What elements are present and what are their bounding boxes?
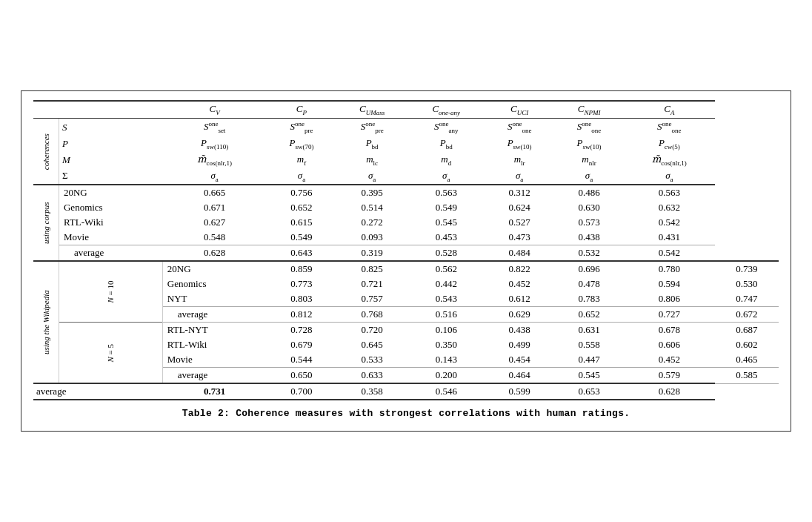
corpus-genomics-row: Genomics 0.671 0.652 0.514 0.549 0.624 0…: [33, 200, 779, 215]
corpus-average-cone-any: 0.528: [407, 245, 485, 262]
corpus-average-label: average: [59, 245, 162, 262]
corpus-20ng-cone-any: 0.563: [407, 185, 485, 200]
wiki-n5-movie-cone-any: 0.454: [485, 352, 554, 368]
wiki-n10-nyt-cnpmi: 0.806: [624, 291, 715, 307]
corpus-rtlwiki-cv: 0.627: [162, 215, 267, 230]
corpus-rtlwiki-ca: 0.542: [624, 215, 715, 230]
wiki-n5-rtlnyt-name: RTL-NYT: [162, 323, 267, 338]
wiki-n5-rtlwiki-name: RTL-Wiki: [162, 337, 267, 352]
corpus-average-cumass: 0.319: [336, 245, 408, 262]
wiki-n10-20ng-cnpmi: 0.780: [624, 261, 715, 277]
col-header-cone-any: Cone-any: [407, 101, 485, 119]
wiki-n5-rtlnyt-ca: 0.687: [715, 323, 779, 338]
corpus-average-cv: 0.628: [162, 245, 267, 262]
wiki-n10-average-cone-any: 0.629: [485, 307, 554, 323]
wiki-n10-20ng-cuci: 0.696: [554, 261, 624, 277]
corpus-genomics-cuci: 0.624: [485, 200, 554, 215]
subheader-P-cumass: Pbd: [336, 136, 408, 152]
corpus-genomics-cv: 0.671: [162, 200, 267, 215]
col-header-cumass: CUMass: [336, 101, 408, 119]
wiki-n10-20ng-cumass: 0.562: [407, 261, 485, 277]
subheader-M-cone-any: md: [407, 152, 485, 168]
wiki-n10-20ng-name: 20NG: [162, 261, 267, 277]
wiki-n10-genomics-cp: 0.721: [336, 277, 408, 291]
wiki-n10-genomics-name: Genomics: [162, 277, 267, 291]
corpus-movie-cuci: 0.473: [485, 230, 554, 245]
wiki-n10-20ng-row: using the Wikipedia N = 10 20NG 0.859 0.…: [33, 261, 779, 277]
subheader-M-label: M: [59, 152, 162, 168]
subheader-S-cp: Sonepre: [267, 119, 336, 136]
table-container: CV CP CUMass Cone-any CUCI CNPMI: [21, 90, 791, 432]
corpus-genomics-ca: 0.632: [624, 200, 715, 215]
corpus-average-ca: 0.542: [624, 245, 715, 262]
wiki-n5-rtlnyt-cone-any: 0.438: [485, 323, 554, 338]
corpus-rtlwiki-cnpmi: 0.573: [554, 215, 624, 230]
wiki-n10-20ng-cv: 0.859: [267, 261, 336, 277]
grand-average-label: average: [33, 383, 162, 400]
using-wikipedia-label: using the Wikipedia: [33, 261, 59, 383]
subheader-S-cuci: Soneone: [485, 119, 554, 136]
subheader-M-cv: m̃cos(nlr,1): [162, 152, 267, 168]
wiki-n5-rtlwiki-cnpmi: 0.606: [624, 337, 715, 352]
wiki-n10-genomics-cuci: 0.478: [554, 277, 624, 291]
grand-average-cnpmi: 0.653: [554, 383, 624, 400]
subheader-S-row: coherences S Soneset Sonepre Sonepre Son…: [33, 119, 779, 136]
subheader-P-cuci: Psw(10): [485, 136, 554, 152]
subheader-Sigma-cp: σa: [267, 168, 336, 185]
subheader-P-ca: Pcw(5): [624, 136, 715, 152]
subheader-S-label: S: [59, 119, 162, 136]
subheader-P-cp: Psw(70): [267, 136, 336, 152]
subheader-Sigma-cnpmi: σa: [554, 168, 624, 185]
subheader-Sigma-cumass: σa: [336, 168, 408, 185]
wiki-n5-rtlnyt-cp: 0.720: [336, 323, 408, 338]
main-table: CV CP CUMass Cone-any CUCI CNPMI: [33, 100, 779, 400]
wiki-n10-20ng-cone-any: 0.822: [485, 261, 554, 277]
wiki-n10-average-cp: 0.768: [336, 307, 408, 323]
wiki-n5-rtlwiki-cone-any: 0.499: [485, 337, 554, 352]
corpus-movie-cumass: 0.093: [336, 230, 408, 245]
wiki-n10-genomics-ca: 0.530: [715, 277, 779, 291]
n5-label: N = 5: [59, 323, 162, 384]
subheader-S-ca: Soneone: [624, 119, 715, 136]
wiki-n10-average-cuci: 0.652: [554, 307, 624, 323]
wiki-n10-nyt-cv: 0.803: [267, 291, 336, 307]
wiki-n5-average-cumass: 0.200: [407, 368, 485, 384]
subheader-M-row: M m̃cos(nlr,1) mf mlc md mlr mnlr m̃cos(…: [33, 152, 779, 168]
wiki-n5-rtlnyt-cumass: 0.106: [407, 323, 485, 338]
wiki-n10-average-ca: 0.672: [715, 307, 779, 323]
corpus-rtlwiki-cuci: 0.527: [485, 215, 554, 230]
corpus-genomics-name: Genomics: [59, 200, 162, 215]
wiki-n5-rtlnyt-cv: 0.728: [267, 323, 336, 338]
corpus-genomics-cumass: 0.514: [336, 200, 408, 215]
wiki-n10-nyt-cp: 0.757: [336, 291, 408, 307]
wiki-n5-average-cnpmi: 0.579: [624, 368, 715, 384]
wiki-n10-genomics-cv: 0.773: [267, 277, 336, 291]
subheader-Sigma-cone-any: σa: [407, 168, 485, 185]
corpus-20ng-ca: 0.563: [624, 185, 715, 200]
subheader-P-label: P: [59, 136, 162, 152]
corpus-movie-ca: 0.431: [624, 230, 715, 245]
col-header-cnpmi: CNPMI: [554, 101, 624, 119]
subheader-S-cnpmi: Soneone: [554, 119, 624, 136]
corpus-movie-cp: 0.549: [267, 230, 336, 245]
corpus-20ng-cnpmi: 0.486: [554, 185, 624, 200]
subheader-P-cone-any: Pbd: [407, 136, 485, 152]
col-header-cp: CP: [267, 101, 336, 119]
corpus-20ng-row: using corpus 20NG 0.665 0.756 0.395 0.56…: [33, 185, 779, 200]
subheader-M-cuci: mlr: [485, 152, 554, 168]
wiki-n5-movie-cv: 0.544: [267, 352, 336, 368]
corpus-rtlwiki-cp: 0.615: [267, 215, 336, 230]
corpus-rtlwiki-cumass: 0.272: [336, 215, 408, 230]
corpus-rtlwiki-cone-any: 0.545: [407, 215, 485, 230]
subheader-M-cnpmi: mnlr: [554, 152, 624, 168]
wiki-n5-movie-ca: 0.465: [715, 352, 779, 368]
wiki-n10-average-cnpmi: 0.727: [624, 307, 715, 323]
corpus-20ng-cp: 0.756: [267, 185, 336, 200]
wiki-n10-genomics-cone-any: 0.452: [485, 277, 554, 291]
subheader-S-cone-any: Soneany: [407, 119, 485, 136]
wiki-n10-nyt-name: NYT: [162, 291, 267, 307]
grand-average-cumass: 0.358: [336, 383, 408, 400]
wiki-n5-rtlnyt-row: N = 5 RTL-NYT 0.728 0.720 0.106 0.438 0.…: [33, 323, 779, 338]
wiki-n10-nyt-ca: 0.747: [715, 291, 779, 307]
wiki-n5-movie-cuci: 0.447: [554, 352, 624, 368]
